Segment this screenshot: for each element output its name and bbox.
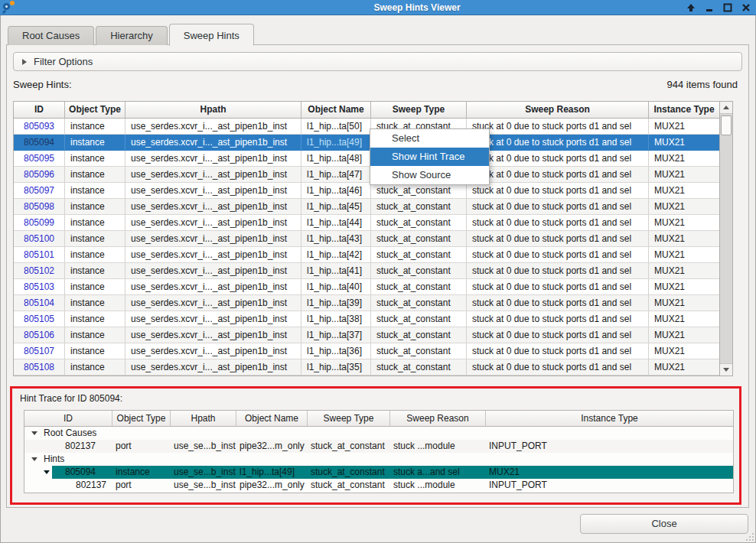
cell-object-name: l1_hip...ta[42] xyxy=(301,247,371,262)
cell-hpath: use_serdes.xcvr_i..._ast_pipen1b_inst xyxy=(125,247,301,262)
column-header-object-type[interactable]: Object Type xyxy=(65,102,125,118)
cell-sweep-type: stuck_at_constant xyxy=(371,311,467,327)
filter-options-header[interactable]: Filter Options xyxy=(13,52,742,71)
trace-group-row[interactable]: Root Causes xyxy=(24,427,733,440)
table-row[interactable]: 805096instanceuse_serdes.xcvr_i..._ast_p… xyxy=(14,167,719,183)
id-link[interactable]: 805098 xyxy=(14,199,65,214)
tab-sweep-hints[interactable]: Sweep Hints xyxy=(169,24,254,46)
cell-object-name: l1_hip...ta[40] xyxy=(301,279,371,294)
close-icon[interactable] xyxy=(741,2,751,13)
trace-column-header-sweep-type[interactable]: Sweep Type xyxy=(308,411,390,426)
trace-cell-instance-type: MUX21 xyxy=(486,466,733,479)
trace-cell-sweep-reason: stuck ...module xyxy=(390,440,486,453)
cell-sweep-reason: stuck at 0 due to stuck ports d1 and sel xyxy=(467,359,649,375)
id-link[interactable]: 805099 xyxy=(14,215,65,230)
maximize-icon[interactable] xyxy=(722,2,733,13)
column-header-sweep-reason[interactable]: Sweep Reason xyxy=(467,102,649,118)
id-link[interactable]: 805093 xyxy=(14,119,65,134)
chevron-down-icon[interactable] xyxy=(31,431,37,435)
trace-column-header-object-name[interactable]: Object Name xyxy=(236,411,308,426)
table-row[interactable]: 805106instanceuse_serdes.xcvr_i..._ast_p… xyxy=(14,327,719,343)
id-link[interactable]: 805104 xyxy=(14,295,65,311)
minimize-icon[interactable] xyxy=(704,2,715,13)
id-link[interactable]: 805100 xyxy=(14,231,65,246)
table-row[interactable]: 805095instanceuse_serdes.xcvr_i..._ast_p… xyxy=(14,151,719,167)
table-row[interactable]: 805098instanceuse_serdes.xcvr_i..._ast_p… xyxy=(14,199,719,215)
id-link[interactable]: 805096 xyxy=(14,167,65,182)
cell-object-name: l1_hip...ta[35] xyxy=(301,359,371,375)
id-link[interactable]: 805103 xyxy=(14,279,65,294)
trace-column-header-instance-type[interactable]: Instance Type xyxy=(486,411,733,426)
cell-object-type: instance xyxy=(65,311,125,327)
shade-icon[interactable] xyxy=(686,2,696,13)
sweep-hints-label: Sweep Hints: xyxy=(13,79,72,90)
table-row[interactable]: 805107instanceuse_serdes.xcvr_i..._ast_p… xyxy=(14,343,719,359)
trace-column-header-hpath[interactable]: Hpath xyxy=(171,411,236,426)
id-link[interactable]: 805106 xyxy=(14,327,65,343)
scroll-up-icon[interactable] xyxy=(720,102,732,114)
trace-column-header-object-type[interactable]: Object Type xyxy=(112,411,171,426)
column-header-instance-type[interactable]: Instance Type xyxy=(649,102,719,118)
trace-column-header-sweep-reason[interactable]: Sweep Reason xyxy=(390,411,486,426)
cell-instance-type: MUX21 xyxy=(649,327,719,343)
table-row[interactable]: 805101instanceuse_serdes.xcvr_i..._ast_p… xyxy=(14,247,719,263)
trace-row[interactable]: 802137portuse_se...b_instpipe32...m_only… xyxy=(24,479,733,492)
column-header-id[interactable]: ID xyxy=(14,102,65,118)
cell-sweep-type: stuck_at_constant xyxy=(371,247,467,262)
cell-instance-type: MUX21 xyxy=(649,135,719,150)
id-link[interactable]: 805095 xyxy=(14,151,65,166)
cell-instance-type: MUX21 xyxy=(649,231,719,246)
cell-object-name: l1_hip...ta[49] xyxy=(301,135,371,150)
trace-cell-object-type: port xyxy=(112,479,171,492)
trace-row[interactable]: 802137portuse_se...b_instpipe32...m_only… xyxy=(24,440,733,453)
scrollbar-thumb[interactable] xyxy=(721,115,732,135)
column-header-object-name[interactable]: Object Name xyxy=(301,102,371,118)
column-header-sweep-type[interactable]: Sweep Type xyxy=(371,102,467,118)
vertical-scrollbar[interactable] xyxy=(719,102,732,376)
cell-object-name: l1_hip...ta[47] xyxy=(301,167,371,182)
table-row[interactable]: 805102instanceuse_serdes.xcvr_i..._ast_p… xyxy=(14,263,719,279)
chevron-down-icon[interactable] xyxy=(44,470,50,474)
splitter-handle[interactable]: ······ xyxy=(7,379,748,385)
tab-hierarchy[interactable]: Hierarchy xyxy=(96,26,168,45)
table-row[interactable]: 805094instanceuse_serdes.xcvr_i..._ast_p… xyxy=(14,135,719,151)
trace-column-header-id[interactable]: ID xyxy=(24,411,112,426)
trace-cell-object-name: l1_hip...ta[49] xyxy=(236,466,308,479)
id-link[interactable]: 805107 xyxy=(14,343,65,359)
id-link[interactable]: 805105 xyxy=(14,311,65,327)
table-row[interactable]: 805104instanceuse_serdes.xcvr_i..._ast_p… xyxy=(14,295,719,311)
column-header-hpath[interactable]: Hpath xyxy=(125,102,301,118)
cell-instance-type: MUX21 xyxy=(649,359,719,375)
table-row[interactable]: 805108instanceuse_serdes.xcvr_i..._ast_p… xyxy=(14,359,719,376)
trace-cell-object-type: port xyxy=(112,440,171,453)
chevron-down-icon[interactable] xyxy=(31,457,37,461)
id-link[interactable]: 805094 xyxy=(14,135,65,150)
trace-id: 802137 xyxy=(24,479,112,492)
id-link[interactable]: 805102 xyxy=(14,263,65,278)
id-link[interactable]: 805101 xyxy=(14,247,65,262)
sweep-hints-table-body: IDObject TypeHpathObject NameSweep TypeS… xyxy=(14,102,719,376)
menu-item-show-source[interactable]: Show Source xyxy=(370,166,489,184)
cell-hpath: use_serdes.xcvr_i..._ast_pipen1b_inst xyxy=(125,151,301,166)
sweep-hints-table-header: IDObject TypeHpathObject NameSweep TypeS… xyxy=(14,102,719,119)
trace-group-row[interactable]: Hints xyxy=(24,453,733,466)
cell-object-type: instance xyxy=(65,151,125,166)
trace-cell-object-type: instance xyxy=(112,466,171,479)
table-row[interactable]: 805099instanceuse_serdes.xcvr_i..._ast_p… xyxy=(14,215,719,231)
menu-item-select[interactable]: Select xyxy=(370,129,489,148)
id-link[interactable]: 805097 xyxy=(14,183,65,198)
menu-item-show-hint-trace[interactable]: Show Hint Trace xyxy=(370,148,489,166)
table-row[interactable]: 805105instanceuse_serdes.xcvr_i..._ast_p… xyxy=(14,311,719,327)
id-link[interactable]: 805108 xyxy=(14,359,65,375)
table-row[interactable]: 805103instanceuse_serdes.xcvr_i..._ast_p… xyxy=(14,279,719,295)
table-row[interactable]: 805097instanceuse_serdes.xcvr_i..._ast_p… xyxy=(14,183,719,199)
close-button[interactable]: Close xyxy=(580,514,748,534)
table-row[interactable]: 805100instanceuse_serdes.xcvr_i..._ast_p… xyxy=(14,231,719,247)
scroll-down-icon[interactable] xyxy=(720,363,732,376)
table-row[interactable]: 805093instanceuse_serdes.xcvr_i..._ast_p… xyxy=(14,119,719,135)
cell-object-type: instance xyxy=(65,215,125,230)
cell-instance-type: MUX21 xyxy=(649,343,719,359)
resize-grip[interactable] xyxy=(745,532,754,541)
tab-root-causes[interactable]: Root Causes xyxy=(8,26,94,45)
trace-row[interactable]: 805094instanceuse_se...b_instl1_hip...ta… xyxy=(24,466,733,479)
